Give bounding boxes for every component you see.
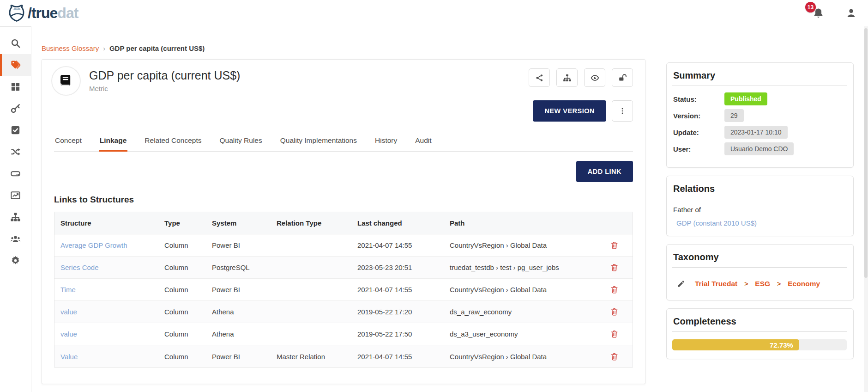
brand-wordmark: /truedat xyxy=(28,4,78,22)
column-header-structure: Structure xyxy=(54,219,158,227)
sidebar-item-lineage[interactable] xyxy=(0,141,31,163)
quality-check-icon xyxy=(10,125,21,135)
tab-linkage[interactable]: Linkage xyxy=(99,132,128,152)
structures-sitemap-icon xyxy=(10,212,21,222)
structure-link[interactable]: Series Code xyxy=(60,263,99,271)
sidebar-item-modules[interactable] xyxy=(0,76,31,98)
summary-field-value-badge: 29 xyxy=(724,109,744,122)
glossary-tags-icon xyxy=(10,60,21,70)
summary-field: Version: 29 xyxy=(672,109,847,122)
watch-button[interactable] xyxy=(584,68,605,87)
links-section-title: Links to Structures xyxy=(54,195,633,205)
tab-quality-implementations[interactable]: Quality Implementations xyxy=(279,132,358,151)
last-changed-cell: 2021-04-07 14:55 xyxy=(351,241,444,249)
tab-concept[interactable]: Concept xyxy=(54,132,83,151)
trash-icon xyxy=(610,263,620,272)
truedat-logo[interactable]: /truedat xyxy=(7,4,78,22)
summary-field-value-badge: Published xyxy=(724,92,767,105)
sidebar-item-search[interactable] xyxy=(0,32,31,54)
concept-icon-buttons xyxy=(529,68,633,87)
page-scrollbar-thumb[interactable] xyxy=(864,28,868,278)
last-changed-cell: 2021-04-07 14:55 xyxy=(351,286,444,294)
links-table-body: Average GDP Growth Column Power BI 2021-… xyxy=(54,234,633,368)
trash-icon xyxy=(610,352,620,361)
taxonomy-link-domain[interactable]: Trial Truedat xyxy=(695,280,737,288)
delete-link-button[interactable] xyxy=(610,307,620,317)
sidebar-item-glossary[interactable] xyxy=(0,54,31,76)
page-scrollbar-track[interactable] xyxy=(864,26,868,392)
path-cell: ds_a_raw_economy xyxy=(444,308,596,316)
structure-type-cell: Column xyxy=(158,286,206,294)
concept-identity: GDP per capita (current US$) Metric xyxy=(51,66,240,122)
sidebar-item-structures[interactable] xyxy=(0,206,31,228)
tab-related-concepts[interactable]: Related Concepts xyxy=(144,132,202,151)
left-navigation-sidebar xyxy=(0,26,31,392)
concept-header: GDP per capita (current US$) Metric xyxy=(42,60,645,122)
completeness-panel: Completeness 72.73% xyxy=(666,308,854,359)
links-table: Structure Type System Relation Type Last… xyxy=(54,212,633,368)
relation-type-cell: Master Relation xyxy=(271,353,351,361)
sidebar-item-settings[interactable] xyxy=(0,250,31,271)
table-row: Value Column Power BI Master Relation 20… xyxy=(54,345,633,368)
delete-link-button[interactable] xyxy=(610,329,620,339)
add-link-button[interactable]: ADD LINK xyxy=(576,161,633,182)
summary-field-label: Status: xyxy=(672,95,724,103)
taxonomy-path: Trial Truedat > ESG > Economy xyxy=(672,274,847,292)
path-cell: ds_a3_user_economy xyxy=(444,330,596,338)
user-menu-button[interactable] xyxy=(845,7,857,19)
sidebar-item-quality[interactable] xyxy=(0,119,31,141)
tab-audit[interactable]: Audit xyxy=(414,132,432,151)
dashboards-chart-icon xyxy=(10,190,21,201)
share-button[interactable] xyxy=(529,68,550,87)
table-row: Average GDP Growth Column Power BI 2021-… xyxy=(54,234,633,257)
structure-type-cell: Column xyxy=(158,308,206,316)
sidebar-item-data-sources[interactable] xyxy=(0,163,31,184)
structure-link[interactable]: Time xyxy=(60,286,76,294)
structure-link[interactable]: Value xyxy=(60,353,78,361)
delete-link-button[interactable] xyxy=(610,285,620,295)
relations-panel: Relations Father of GDP (constant 2010 U… xyxy=(666,176,854,236)
tab-quality-rules[interactable]: Quality Rules xyxy=(219,132,263,151)
share-icon xyxy=(535,74,544,82)
taxonomy-link-subdomain[interactable]: ESG xyxy=(755,280,770,288)
page-title: GDP per capita (current US$) xyxy=(89,69,240,82)
system-cell: Athena xyxy=(206,308,271,316)
notifications-bell-button[interactable]: 13 xyxy=(813,7,824,19)
sidebar-item-permissions[interactable] xyxy=(0,98,31,119)
pencil-icon xyxy=(677,280,685,288)
confidentiality-button[interactable] xyxy=(612,68,633,87)
breadcrumb: Business Glossary › GDP per capita (curr… xyxy=(42,44,205,52)
relation-kind-label: Father of xyxy=(673,206,847,214)
delete-link-button[interactable] xyxy=(610,240,620,251)
system-cell: Power BI xyxy=(206,353,271,361)
more-options-button[interactable] xyxy=(612,100,633,122)
breadcrumb-parent-link[interactable]: Business Glossary xyxy=(42,44,99,52)
last-changed-cell: 2021-04-07 14:55 xyxy=(351,353,444,361)
edit-taxonomy-button[interactable] xyxy=(677,280,685,288)
tab-history[interactable]: History xyxy=(374,132,398,151)
taxonomy-link-leaf[interactable]: Economy xyxy=(788,280,820,288)
related-concept-link[interactable]: GDP (constant 2010 US$) xyxy=(676,219,757,227)
sidebar-item-users[interactable] xyxy=(0,228,31,250)
delete-link-button[interactable] xyxy=(610,263,620,273)
structure-links-button[interactable] xyxy=(556,68,578,87)
links-table-header: Structure Type System Relation Type Last… xyxy=(54,212,633,234)
structure-type-cell: Column xyxy=(158,353,206,361)
delete-link-button[interactable] xyxy=(610,351,620,361)
table-row: Series Code Column PostgreSQL 2023-05-23… xyxy=(54,257,633,279)
concept-title-block: GDP per capita (current US$) Metric xyxy=(89,66,240,122)
structure-link[interactable]: Average GDP Growth xyxy=(60,241,127,249)
taxonomy-breadcrumb: Trial Truedat > ESG > Economy xyxy=(695,280,820,288)
summary-fields: Status: Published Version: 29 Update: 20… xyxy=(672,92,847,155)
user-avatar-icon xyxy=(845,7,857,19)
search-icon xyxy=(10,38,21,49)
concept-type-avatar xyxy=(51,66,81,96)
concept-template-type: Metric xyxy=(89,85,240,92)
structure-link[interactable]: value xyxy=(60,330,77,338)
modules-grid-icon xyxy=(10,81,21,92)
path-cell: CountryVsRegion › Global Data xyxy=(444,353,596,361)
column-header-last-changed: Last changed xyxy=(351,219,444,227)
structure-link[interactable]: value xyxy=(60,308,77,316)
sidebar-item-dashboards[interactable] xyxy=(0,184,31,206)
new-version-button[interactable]: NEW VERSION xyxy=(533,100,606,122)
